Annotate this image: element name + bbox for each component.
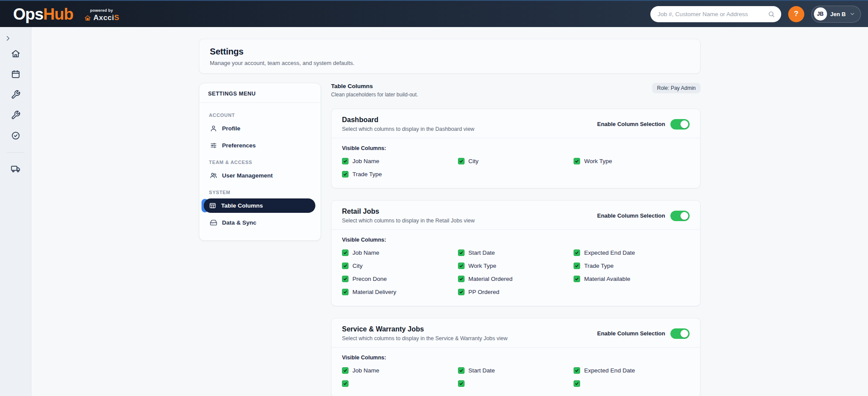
check-icon bbox=[459, 159, 464, 164]
check-icon bbox=[459, 381, 464, 386]
search-icon[interactable] bbox=[768, 10, 775, 18]
checkbox-checked[interactable] bbox=[574, 367, 580, 374]
sliders-icon bbox=[210, 142, 217, 149]
menu-section-label: ACCOUNT bbox=[209, 113, 311, 118]
column-checkbox-row[interactable]: Work Type bbox=[458, 263, 574, 269]
column-checkbox-row[interactable]: PP Ordered bbox=[458, 289, 574, 295]
column-checkbox-row[interactable] bbox=[342, 380, 458, 387]
toggle-knob bbox=[680, 120, 688, 128]
column-checkbox-row[interactable]: Expected End Date bbox=[574, 249, 690, 256]
column-checkbox-row[interactable]: Precon Done bbox=[342, 276, 458, 282]
column-checkbox-row[interactable]: City bbox=[342, 263, 458, 269]
wrench-icon[interactable] bbox=[11, 90, 21, 99]
check-icon bbox=[343, 368, 348, 373]
column-label: Expected End Date bbox=[584, 249, 635, 256]
column-checkbox-row[interactable]: Job Name bbox=[342, 367, 458, 374]
check-icon bbox=[343, 381, 348, 386]
check-icon bbox=[574, 277, 579, 281]
avatar: JB bbox=[814, 7, 827, 20]
help-button[interactable]: ? bbox=[788, 6, 804, 22]
enable-column-selection-label: Enable Column Selection bbox=[597, 121, 665, 127]
settings-header-card: Settings Manage your account, team acces… bbox=[199, 39, 701, 74]
column-checkbox-row[interactable] bbox=[574, 380, 690, 387]
column-label: Precon Done bbox=[352, 276, 387, 282]
checkbox-checked[interactable] bbox=[458, 367, 465, 374]
column-checkbox-row[interactable]: Work Type bbox=[574, 158, 690, 164]
page-subtitle: Manage your account, team access, and sy… bbox=[210, 60, 690, 66]
sidebar-item-data-sync[interactable]: Data & Sync bbox=[205, 215, 315, 230]
checkbox-checked[interactable] bbox=[574, 276, 580, 282]
checkbox-checked[interactable] bbox=[574, 263, 580, 269]
column-checkbox-row[interactable]: Job Name bbox=[342, 249, 458, 256]
sidebar-item-preferences[interactable]: Preferences bbox=[205, 138, 315, 153]
menu-item-label: Data & Sync bbox=[222, 219, 256, 226]
column-label: Job Name bbox=[352, 158, 379, 164]
checkbox-checked[interactable] bbox=[458, 380, 465, 387]
checkbox-checked[interactable] bbox=[342, 263, 349, 269]
toggle-knob bbox=[680, 212, 688, 220]
column-checkbox-row[interactable]: Start Date bbox=[458, 249, 574, 256]
column-label: Job Name bbox=[352, 367, 379, 374]
check-icon bbox=[459, 277, 464, 281]
enable-column-selection-toggle[interactable] bbox=[670, 119, 690, 130]
checkbox-checked[interactable] bbox=[458, 158, 465, 164]
column-checkbox-row[interactable]: Expected End Date bbox=[574, 367, 690, 374]
column-label: Material Available bbox=[584, 276, 630, 282]
axccis-brand: powered by AxcciS bbox=[84, 8, 120, 22]
checkbox-checked[interactable] bbox=[342, 158, 349, 164]
checkbox-checked[interactable] bbox=[342, 380, 349, 387]
card-subtitle: Select which columns to display in the S… bbox=[342, 335, 508, 341]
calendar-icon[interactable] bbox=[11, 69, 21, 79]
home-icon[interactable] bbox=[11, 49, 21, 58]
column-checkbox-row[interactable]: Trade Type bbox=[574, 263, 690, 269]
checkbox-checked[interactable] bbox=[458, 276, 465, 282]
column-label: Expected End Date bbox=[584, 367, 635, 374]
check-icon bbox=[574, 381, 579, 386]
checkbox-checked[interactable] bbox=[342, 249, 349, 256]
column-checkbox-row[interactable]: Job Name bbox=[342, 158, 458, 164]
sidebar-item-table-columns[interactable]: Table Columns bbox=[204, 198, 315, 213]
checkbox-checked[interactable] bbox=[342, 289, 349, 295]
chevron-right-icon[interactable] bbox=[4, 35, 11, 42]
card-title: Dashboard bbox=[342, 116, 475, 124]
column-checkbox-row[interactable]: Start Date bbox=[458, 367, 574, 374]
truck-icon[interactable] bbox=[11, 164, 21, 174]
checkbox-checked[interactable] bbox=[342, 171, 349, 178]
column-checkbox-row[interactable]: City bbox=[458, 158, 574, 164]
main-area: Settings Manage your account, team acces… bbox=[31, 27, 868, 396]
column-settings-card: DashboardSelect which columns to display… bbox=[331, 109, 701, 188]
checkbox-checked[interactable] bbox=[458, 263, 465, 269]
wrench-icon[interactable] bbox=[11, 110, 21, 120]
check-icon bbox=[574, 368, 579, 373]
checkbox-checked[interactable] bbox=[458, 249, 465, 256]
column-checkbox-row[interactable]: Material Ordered bbox=[458, 276, 574, 282]
column-label: City bbox=[468, 158, 478, 164]
chevron-down-icon bbox=[849, 11, 855, 17]
sidebar-nav bbox=[0, 27, 31, 396]
user-menu[interactable]: JB Jen B bbox=[811, 6, 861, 23]
table-columns-content: Table Columns Clean placeholders for lat… bbox=[331, 83, 701, 396]
check-circle-icon[interactable] bbox=[11, 131, 21, 140]
checkbox-checked[interactable] bbox=[342, 367, 349, 374]
checkbox-checked[interactable] bbox=[342, 276, 349, 282]
checkbox-checked[interactable] bbox=[574, 380, 580, 387]
opshub-logo[interactable]: OpsHub bbox=[13, 6, 73, 22]
checkbox-checked[interactable] bbox=[574, 249, 580, 256]
column-checkbox-row[interactable] bbox=[458, 380, 574, 387]
column-label: City bbox=[352, 263, 362, 269]
checkbox-checked[interactable] bbox=[574, 158, 580, 164]
checkbox-checked[interactable] bbox=[458, 289, 465, 295]
column-checkbox-row[interactable]: Material Delivery bbox=[342, 289, 458, 295]
search-input[interactable] bbox=[650, 6, 781, 22]
column-checkbox-row[interactable]: Material Available bbox=[574, 276, 690, 282]
column-label: PP Ordered bbox=[468, 289, 499, 295]
enable-column-selection-toggle[interactable] bbox=[670, 211, 690, 221]
sidebar-item-user-management[interactable]: User Management bbox=[205, 168, 315, 183]
card-subtitle: Select which columns to display in the D… bbox=[342, 126, 475, 132]
column-checkbox-row[interactable]: Trade Type bbox=[342, 171, 458, 178]
page-title: Settings bbox=[210, 47, 690, 57]
enable-column-selection-toggle[interactable] bbox=[670, 328, 690, 339]
enable-column-selection-label: Enable Column Selection bbox=[597, 330, 665, 337]
user-name: Jen B bbox=[830, 11, 846, 17]
sidebar-item-profile[interactable]: Profile bbox=[205, 121, 315, 136]
